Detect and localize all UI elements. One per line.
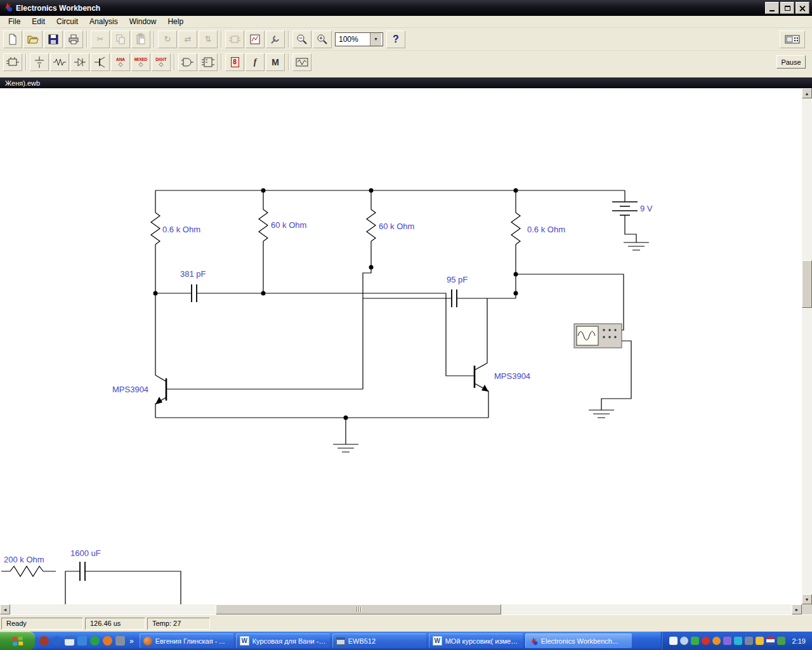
horizontal-scrollbar[interactable]: ◄ ► — [0, 604, 802, 614]
task-button-ewb512[interactable]: EWB512 — [332, 633, 426, 648]
quicklaunch-icon-7[interactable] — [115, 636, 125, 646]
subcircuit-button[interactable] — [225, 30, 244, 48]
quicklaunch-icon-6[interactable] — [103, 636, 112, 646]
menu-analysis[interactable]: Analysis — [84, 17, 124, 27]
ground-symbol-battery[interactable] — [624, 242, 649, 250]
quick-launch-bar: » — [39, 636, 134, 646]
transistors-group-button[interactable] — [91, 53, 110, 71]
analysis-graph-button[interactable] — [246, 30, 265, 48]
pause-button[interactable]: Pause — [776, 55, 806, 69]
diodes-group-button[interactable] — [70, 53, 89, 71]
basic-group-button[interactable] — [50, 53, 69, 71]
analog-ic-group-button[interactable]: ANA ◇ — [111, 53, 130, 71]
resistor-r3[interactable] — [367, 190, 376, 267]
start-button[interactable] — [0, 632, 35, 650]
menu-circuit[interactable]: Circuit — [51, 17, 84, 27]
paste-button[interactable] — [131, 30, 150, 48]
quicklaunch-overflow-chevron[interactable]: » — [129, 637, 134, 646]
quicklaunch-icon-5[interactable] — [90, 636, 100, 646]
rotate-button[interactable]: ↻ — [158, 30, 177, 48]
controls-group-button[interactable]: f — [246, 53, 265, 71]
zoom-level-value[interactable] — [336, 33, 370, 46]
sources-group-button[interactable] — [30, 53, 49, 71]
capacitor-c1[interactable] — [155, 284, 263, 302]
flip-horizontal-button[interactable]: ⇄ — [178, 30, 197, 48]
menu-window[interactable]: Window — [124, 17, 162, 27]
zoom-dropdown-button[interactable]: ▼ — [370, 33, 381, 46]
tray-icon-8[interactable] — [745, 637, 753, 645]
cut-button[interactable]: ✂ — [91, 30, 110, 48]
copy-button[interactable] — [111, 30, 130, 48]
favorites-group-button[interactable] — [3, 53, 22, 71]
minimize-button[interactable] — [765, 2, 779, 14]
tray-icon-4[interactable] — [702, 637, 710, 645]
digital-group-button[interactable] — [199, 53, 218, 71]
zoom-in-button[interactable] — [313, 30, 332, 48]
task-button-kursovik[interactable]: W МОй курсовик( измен... — [429, 633, 523, 648]
instruments-group-button[interactable] — [292, 53, 311, 71]
task-button-glinskaya[interactable]: Евгения Глинская - ... — [140, 633, 233, 648]
wire-q2-base[interactable] — [263, 293, 474, 376]
resistor-r5[interactable] — [1, 566, 56, 576]
ground-symbol-scope[interactable] — [589, 410, 614, 418]
wire-scope-input[interactable] — [516, 274, 624, 330]
new-button[interactable] — [3, 30, 22, 48]
mixed-ic-group-button[interactable]: MIXED ◇ — [131, 53, 150, 71]
tray-icon-9[interactable] — [756, 637, 764, 645]
quicklaunch-icon-1[interactable] — [39, 636, 49, 646]
language-indicator-icon[interactable] — [669, 637, 678, 645]
logic-gates-group-button[interactable] — [178, 53, 197, 71]
wire-scope-ground[interactable] — [601, 341, 631, 410]
quicklaunch-icon-2[interactable] — [52, 636, 62, 646]
menu-help[interactable]: Help — [162, 17, 189, 27]
battery-9v[interactable] — [612, 190, 638, 242]
scroll-left-button[interactable]: ◄ — [0, 604, 10, 614]
tray-icon-5[interactable] — [712, 637, 721, 645]
oscilloscope-icon[interactable] — [574, 324, 622, 348]
resistor-r2[interactable] — [259, 190, 268, 293]
digital-ic-group-button[interactable]: DIGIT ◇ — [152, 53, 171, 71]
save-button[interactable] — [44, 30, 63, 48]
scroll-up-button[interactable]: ▲ — [802, 88, 812, 98]
tray-icon-10[interactable] — [766, 637, 775, 645]
tray-icon-6[interactable] — [723, 637, 731, 645]
instruments-panel-button[interactable] — [780, 30, 805, 48]
miscellaneous-group-button[interactable]: M — [266, 53, 285, 71]
schematic-canvas[interactable]: 0.6 k Ohm 60 k Ohm 60 k Ohm 0.6 k Ohm 38… — [0, 88, 802, 604]
maximize-button[interactable] — [780, 2, 794, 14]
horizontal-scroll-thumb[interactable] — [216, 604, 501, 614]
scroll-down-button[interactable]: ▼ — [802, 594, 812, 604]
capacitor-c3[interactable] — [65, 562, 181, 604]
tray-icon-3[interactable] — [691, 637, 699, 645]
vertical-scrollbar[interactable]: ▲ ▼ — [802, 88, 812, 604]
indicators-group-button[interactable]: 8 — [225, 53, 244, 71]
component-properties-button[interactable] — [266, 30, 285, 48]
print-button[interactable] — [64, 30, 83, 48]
quicklaunch-icon-3[interactable] — [65, 636, 74, 646]
tray-icon-2[interactable] — [680, 637, 688, 645]
vertical-scroll-thumb[interactable] — [802, 260, 812, 308]
resistor-r1[interactable] — [151, 190, 160, 293]
help-button[interactable]: ? — [386, 30, 405, 48]
ground-symbol-main[interactable] — [333, 418, 358, 452]
open-button[interactable] — [23, 30, 43, 48]
zoom-level-combobox[interactable]: ▼ — [335, 32, 383, 46]
menu-edit[interactable]: Edit — [26, 17, 51, 27]
task-button-electronics-workbench[interactable]: Electronics Workbench... — [525, 633, 632, 648]
document-title-bar[interactable]: Женя).ewb — [0, 77, 812, 88]
task-icon — [143, 637, 152, 646]
tray-icon-7[interactable] — [734, 637, 742, 645]
capacitor-c2[interactable] — [363, 289, 516, 307]
taskbar-clock[interactable]: 2:19 — [792, 637, 806, 645]
quicklaunch-icon-4[interactable] — [77, 636, 87, 646]
schematic-area[interactable]: 0.6 k Ohm 60 k Ohm 60 k Ohm 0.6 k Ohm 38… — [0, 88, 802, 604]
flip-vertical-button[interactable]: ⇅ — [199, 30, 218, 48]
resistor-r4[interactable] — [511, 190, 520, 274]
menu-file[interactable]: File — [3, 17, 26, 27]
transistor-q2[interactable] — [475, 298, 488, 418]
zoom-out-button[interactable] — [292, 30, 311, 48]
close-button[interactable] — [796, 2, 809, 14]
scroll-right-button[interactable]: ► — [792, 604, 802, 614]
tray-icon-11[interactable] — [777, 637, 785, 645]
task-button-kursovaya[interactable]: W Курсовая для Вани - ... — [236, 633, 330, 648]
